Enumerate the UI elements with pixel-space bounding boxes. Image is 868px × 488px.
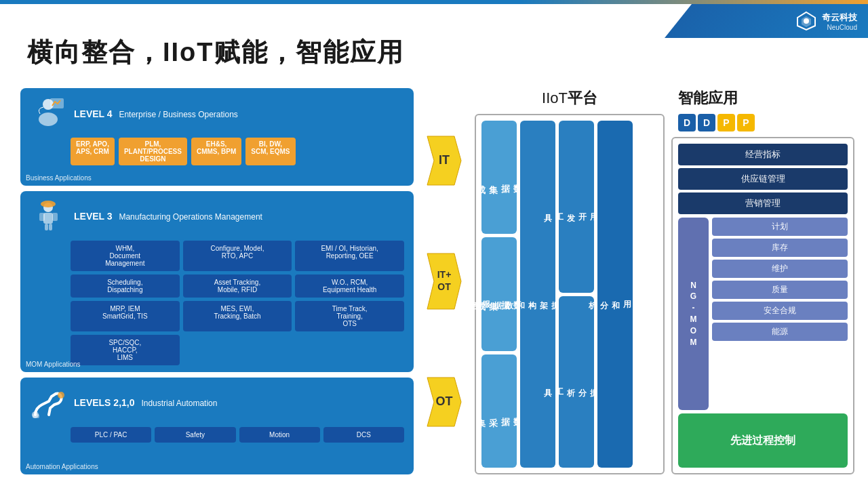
it-arrow: IT [425, 134, 464, 188]
dev-tool-pill: 应用开发工具 [559, 121, 594, 293]
level4-subtitle: Enterprise / Business Operations [119, 110, 237, 119]
svg-point-13 [41, 201, 56, 207]
itot-arrow: IT+ OT [425, 251, 464, 312]
svg-rect-11 [45, 224, 48, 230]
asset-box: Asset Tracking,Mobile, RFID [183, 274, 292, 298]
iiot-col1: 数据集成 数据集成 数据采集 [481, 121, 517, 468]
logo-icon [796, 11, 816, 31]
ngmom-box: NG-MOM [678, 218, 709, 410]
marketing-btn: 营销管理 [678, 192, 848, 214]
mes-box: MES, EWI,Tracking, Batch [183, 301, 292, 331]
iiot-col4: 应用和分析 [597, 121, 633, 468]
level3-subtitle: Manufacturing Operations Management [119, 212, 262, 222]
iiot-col3: 应用开发工具 数据分析工具 [559, 121, 594, 468]
svg-rect-9 [39, 213, 45, 221]
main-content: LEVEL 4 Enterprise / Business Operations… [20, 88, 854, 474]
svg-text:OT: OT [437, 281, 451, 292]
page-title: 横向整合，IIoT赋能，智能应用 [27, 35, 404, 70]
sched-box: Scheduling,Dispatching [71, 274, 180, 298]
logo-name: 奇云科技 [822, 12, 857, 24]
erp-box: ERP, APO,APS, CRM [71, 138, 115, 165]
svg-rect-8 [43, 213, 53, 224]
level3-number: LEVEL 3 [74, 211, 113, 222]
safety-box: Safety [155, 427, 235, 443]
worker-icon [30, 198, 67, 235]
smart-title: 智能应用 [678, 88, 738, 108]
svg-rect-12 [49, 224, 52, 230]
supply-btn: 供应链管理 [678, 168, 848, 190]
svg-point-14 [58, 392, 64, 399]
robot-icon [30, 384, 67, 422]
level4-label: Business Applications [26, 174, 92, 182]
jingying-btn: 经营指标 [678, 144, 848, 165]
svg-text:OT: OT [436, 394, 453, 408]
level4-block: LEVEL 4 Enterprise / Business Operations… [20, 88, 414, 186]
header-logo-area: 奇云科技 NeuCloud [665, 4, 868, 38]
svg-text:IT+: IT+ [437, 269, 452, 280]
svg-text:IT: IT [439, 153, 450, 167]
ddpp-row: D D P P [678, 114, 755, 131]
smart-mid: NG-MOM 计划 库存 维护 质量 安全合规 能源 [678, 218, 848, 410]
smart-right-col: 计划 库存 维护 质量 安全合规 能源 [712, 218, 848, 410]
svg-point-5 [39, 113, 58, 126]
logo-sub: NeuCloud [822, 24, 857, 31]
iiot-col2: 融合的数据架构和数据服务 [520, 121, 555, 468]
level3-block: LEVEL 3 Manufacturing Operations Managem… [20, 191, 414, 372]
left-panel: LEVEL 4 Enterprise / Business Operations… [20, 88, 414, 474]
maintain-btn: 维护 [712, 260, 848, 278]
svg-point-2 [804, 18, 809, 24]
smart-section: 智能应用 D D P P 经营指标 供应链管理 营销管理 NG-MOM 计划 库… [671, 88, 854, 474]
level4-number: LEVEL 4 [74, 108, 113, 119]
ot-arrow: OT [425, 375, 464, 429]
svg-rect-10 [52, 213, 58, 221]
level2-block: LEVELS 2,1,0 Industrial Automation PLC /… [20, 378, 414, 475]
badge-p1: P [717, 114, 735, 131]
smart-container: 经营指标 供应链管理 营销管理 NG-MOM 计划 库存 维护 质量 安全合规 … [671, 137, 854, 474]
arrows-column: IT IT+ OT OT [420, 88, 468, 474]
config-box: Configure, Model,RTO, APC [183, 241, 292, 271]
wo-box: W.O., RCM,Equipment Health [295, 274, 404, 298]
level2-label: Automation Applications [26, 463, 98, 470]
top-bar [0, 0, 868, 4]
iiot-container: 数据集成 数据集成 数据采集 融合的数据架构和数据服务 应用开发工具 数据分析工… [475, 114, 665, 474]
badge-p2: P [737, 114, 755, 131]
analysis-tool-pill: 数据分析工具 [559, 296, 594, 468]
ehs-box: EH&S,CMMS, BPM [191, 138, 241, 165]
badge-d1: D [678, 114, 696, 131]
plm-box: PLM,PLANT/PROCESSDESIGN [119, 138, 187, 165]
data-collect-mid: 数据集成 [481, 237, 517, 350]
level2-number: LEVELS 2,1,0 [74, 397, 134, 408]
emi-box: EMI / OI, Historian,Reporting, OEE [295, 241, 404, 271]
motion-box: Motion [239, 427, 320, 443]
level3-label: MOM Applications [26, 361, 81, 368]
plan-btn: 计划 [712, 218, 848, 236]
plc-box: PLC / PAC [71, 427, 151, 443]
process-control-btn: 先进过程控制 [678, 413, 848, 468]
spc-box: SPC/SQC,HACCP,LIMS [71, 335, 180, 365]
data-collect-top: 数据集成 [481, 121, 517, 234]
mrp-box: MRP, IEMSmartGrid, TIS [71, 301, 180, 331]
dcs-box: DCS [323, 427, 404, 443]
quality-btn: 质量 [712, 281, 848, 299]
level2-subtitle: Industrial Automation [141, 399, 217, 408]
safety-compliance-btn: 安全合规 [712, 302, 848, 320]
iiot-title: IIoT平台 [542, 88, 597, 108]
smart-top-buttons: 经营指标 供应链管理 营销管理 [678, 144, 848, 214]
apply-analyze-pill: 应用和分析 [597, 121, 633, 468]
whm-box: WHM,DocumentManagement [71, 241, 180, 271]
iiot-section: IIoT平台 数据集成 数据集成 数据采集 融合的数据架构和数据服务 应用开发工… [475, 88, 665, 474]
inventory-btn: 库存 [712, 239, 848, 257]
business-icon [30, 95, 67, 132]
timetrack-box: Time Track,Training,OTS [295, 301, 404, 331]
data-collect-bot: 数据采集 [481, 354, 517, 468]
badge-d2: D [698, 114, 715, 131]
energy-btn: 能源 [712, 323, 848, 341]
svg-rect-16 [33, 414, 39, 418]
bi-box: BI, DW,SCM, EQMS [245, 138, 295, 165]
fusion-pill: 融合的数据架构和数据服务 [520, 121, 555, 468]
